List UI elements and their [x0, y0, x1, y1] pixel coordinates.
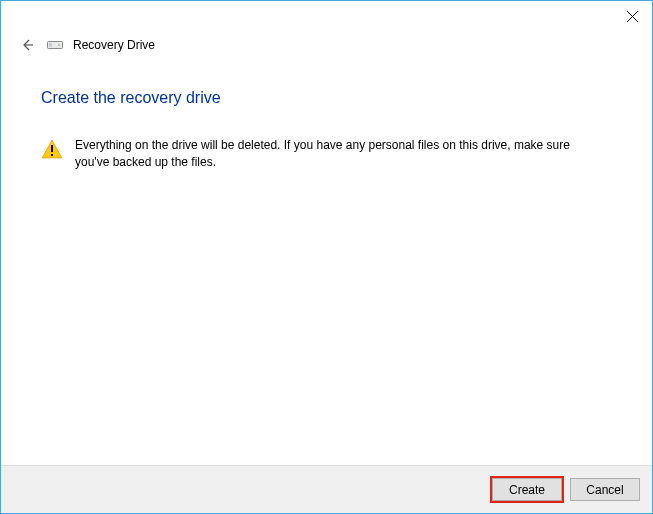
back-arrow-icon: [19, 37, 35, 53]
close-button[interactable]: [626, 10, 638, 22]
page-heading: Create the recovery drive: [41, 89, 612, 107]
warning-text: Everything on the drive will be deleted.…: [75, 137, 582, 172]
svg-rect-7: [51, 154, 53, 156]
content-area: Create the recovery drive Everything on …: [1, 55, 652, 172]
svg-rect-6: [51, 145, 53, 152]
footer: Create Cancel: [1, 465, 652, 513]
warning-row: Everything on the drive will be deleted.…: [41, 137, 612, 172]
svg-rect-4: [49, 43, 52, 47]
drive-icon: [47, 39, 63, 51]
cancel-button[interactable]: Cancel: [570, 478, 640, 501]
close-icon: [627, 11, 638, 22]
back-button[interactable]: [17, 35, 37, 55]
window-title: Recovery Drive: [73, 38, 155, 52]
warning-icon: [41, 139, 63, 159]
nav-row: Recovery Drive: [1, 31, 652, 55]
create-button[interactable]: Create: [492, 478, 562, 501]
svg-point-5: [58, 44, 60, 46]
titlebar: [1, 1, 652, 31]
